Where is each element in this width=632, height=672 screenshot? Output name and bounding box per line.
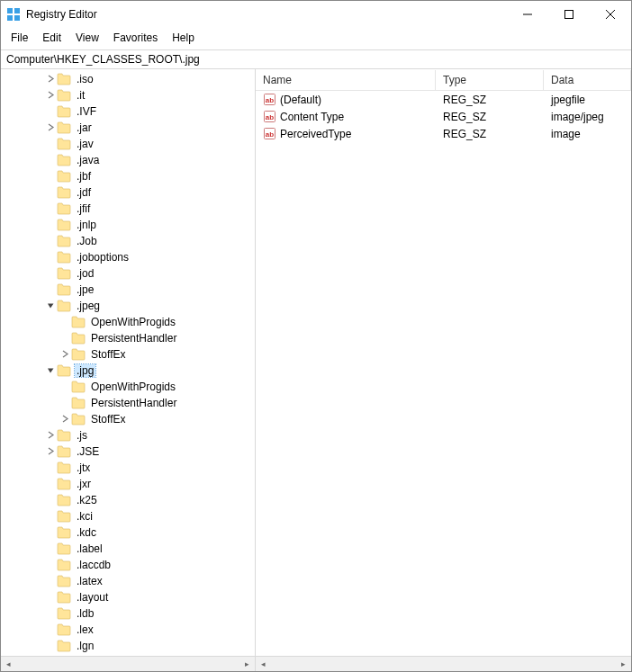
tree-item[interactable]: .jxr [1, 476, 255, 492]
menu-edit[interactable]: Edit [36, 30, 68, 46]
folder-icon [57, 607, 71, 620]
tree-item[interactable]: PersistentHandler [1, 330, 255, 346]
folder-icon [57, 478, 71, 490]
tree-item[interactable]: StoffEx [1, 411, 255, 427]
folder-icon [71, 348, 86, 361]
tree-item-label: .iso [75, 73, 95, 85]
tree-item[interactable]: .jfif [1, 201, 255, 217]
tree-item-label: .jar [75, 121, 94, 134]
close-button[interactable] [590, 1, 631, 28]
tree-item-label: .JSE [75, 445, 101, 458]
folder-icon [57, 510, 71, 523]
tree-item[interactable]: .Job [1, 233, 255, 249]
folder-icon [57, 235, 71, 247]
tree-item-label: .joboptions [75, 251, 131, 264]
column-header-type[interactable]: Type [436, 70, 544, 90]
svg-rect-3 [14, 15, 20, 21]
tree-item[interactable]: .kdc [1, 524, 255, 541]
folder-icon [71, 332, 86, 345]
tree-item-label: .lex [75, 623, 95, 636]
tree-item[interactable]: .joboptions [1, 249, 255, 265]
minimize-button[interactable] [507, 1, 548, 28]
svg-rect-0 [7, 8, 13, 13]
tree-item[interactable]: .iso [1, 71, 255, 87]
tree-item[interactable]: .lgn [1, 638, 255, 654]
menu-help[interactable]: Help [166, 30, 201, 46]
tree-item[interactable]: PersistentHandler [1, 395, 255, 411]
chevron-right-icon[interactable] [59, 350, 71, 360]
tree-hscroll[interactable]: ◂ ▸ [1, 657, 256, 671]
tree-item-label: .jnlp [75, 219, 98, 231]
folder-icon [57, 170, 71, 183]
tree-pane[interactable]: .iso.it.IVF.jar.jav.java.jbf.jdf.jfif.jn… [1, 69, 256, 656]
tree-item-label: OpenWithProgids [89, 381, 177, 393]
menu-file[interactable]: File [5, 30, 34, 46]
chevron-right-icon[interactable] [44, 75, 57, 85]
folder-icon [57, 138, 71, 150]
tree-item[interactable]: .IVF [1, 103, 255, 120]
chevron-right-icon[interactable] [44, 91, 57, 101]
tree-item[interactable]: .lex [1, 622, 255, 638]
tree-item[interactable]: .java [1, 152, 255, 168]
tree-item[interactable]: .jnlp [1, 217, 255, 233]
maximize-button[interactable] [548, 1, 590, 28]
tree-item[interactable]: .jbf [1, 168, 255, 184]
tree-item[interactable]: .JSE [1, 444, 255, 460]
folder-icon [57, 623, 71, 636]
tree-item[interactable]: .jpg [1, 363, 255, 379]
tree-item-label: .jpeg [75, 300, 102, 312]
folder-icon [57, 283, 71, 296]
chevron-right-icon[interactable] [44, 431, 57, 441]
tree-item[interactable]: .latex [1, 573, 255, 589]
tree-item-label: .kdc [75, 526, 98, 539]
tree-item[interactable]: .label [1, 541, 255, 557]
chevron-down-icon[interactable] [44, 301, 57, 311]
list-row[interactable]: abPerceivedTypeREG_SZimage [256, 125, 631, 142]
tree-item-label: .latex [75, 575, 104, 587]
tree-item[interactable]: .jdf [1, 184, 255, 201]
tree-item[interactable]: .jpeg [1, 298, 255, 314]
tree-item[interactable]: .jtx [1, 460, 255, 476]
column-header-data[interactable]: Data [544, 70, 631, 90]
tree-item-label: .k25 [75, 494, 99, 506]
tree-item[interactable]: OpenWithProgids [1, 314, 255, 330]
tree-item[interactable]: .kci [1, 508, 255, 524]
list-row[interactable]: abContent TypeREG_SZimage/jpeg [256, 108, 631, 125]
svg-text:ab: ab [266, 130, 274, 139]
tree-item[interactable]: .jar [1, 120, 255, 136]
tree-item[interactable]: StoffEx [1, 346, 255, 363]
regedit-app-icon [6, 7, 21, 22]
string-value-icon: ab [263, 127, 276, 140]
list-row[interactable]: ab(Default)REG_SZjpegfile [256, 91, 631, 108]
tree-item-label: .jpg [75, 364, 95, 377]
tree-item-label: .jbf [75, 170, 93, 183]
chevron-right-icon[interactable] [44, 447, 57, 457]
tree-item[interactable]: OpenWithProgids [1, 379, 255, 395]
menubar: File Edit View Favorites Help [1, 28, 631, 49]
tree-item[interactable]: .js [1, 427, 255, 444]
tree-item[interactable]: .jav [1, 136, 255, 152]
tree-item[interactable]: .lib [1, 654, 255, 656]
column-header-name[interactable]: Name [256, 70, 436, 90]
tree-item[interactable]: .layout [1, 589, 255, 605]
tree-item[interactable]: .jpe [1, 282, 255, 298]
tree-item[interactable]: .it [1, 87, 255, 103]
value-list-pane[interactable]: Name Type Data ab(Default)REG_SZjpegfile… [256, 69, 631, 656]
menu-view[interactable]: View [69, 30, 105, 46]
list-hscroll[interactable]: ◂ ▸ [256, 657, 631, 671]
tree-item-label: PersistentHandler [89, 397, 178, 409]
value-data: image/jpeg [544, 111, 631, 123]
menu-favorites[interactable]: Favorites [107, 30, 164, 46]
tree-item[interactable]: .ldb [1, 605, 255, 622]
tree-item[interactable]: .laccdb [1, 557, 255, 573]
chevron-right-icon[interactable] [44, 123, 57, 133]
folder-icon [57, 429, 71, 442]
chevron-down-icon[interactable] [44, 366, 57, 376]
address-bar[interactable]: Computer\HKEY_CLASSES_ROOT\.jpg [1, 49, 631, 69]
tree-item[interactable]: .k25 [1, 492, 255, 508]
tree-item[interactable]: .jod [1, 265, 255, 282]
window-title: Registry Editor [26, 8, 507, 21]
chevron-right-icon[interactable] [59, 415, 71, 425]
folder-icon [57, 559, 71, 571]
tree-item-label: StoffEx [89, 348, 127, 361]
